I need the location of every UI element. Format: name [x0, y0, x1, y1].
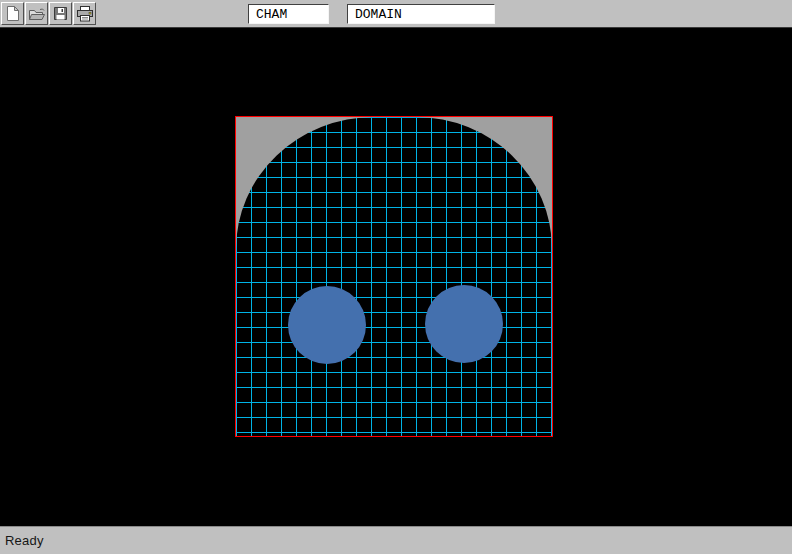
- domain-region[interactable]: [235, 116, 553, 437]
- open-button[interactable]: [25, 2, 48, 25]
- toolbar: [0, 0, 792, 28]
- print-button[interactable]: [73, 2, 96, 25]
- new-button[interactable]: [1, 2, 24, 25]
- status-bar: Ready: [0, 526, 792, 554]
- right-circular-object[interactable]: [425, 285, 503, 363]
- print-icon: [76, 6, 94, 22]
- new-document-icon: [5, 5, 20, 22]
- toolbar-button-group: [1, 2, 96, 25]
- viewport-canvas[interactable]: [0, 28, 792, 526]
- save-floppy-icon: [53, 6, 68, 21]
- left-circular-object[interactable]: [288, 286, 366, 364]
- domain-field[interactable]: [347, 4, 495, 24]
- mesh-grid-dome: [236, 117, 552, 436]
- application-window: Ready: [0, 0, 792, 554]
- save-button[interactable]: [49, 2, 72, 25]
- open-folder-icon: [28, 7, 46, 21]
- cham-field[interactable]: [248, 4, 329, 24]
- status-message: Ready: [5, 533, 44, 548]
